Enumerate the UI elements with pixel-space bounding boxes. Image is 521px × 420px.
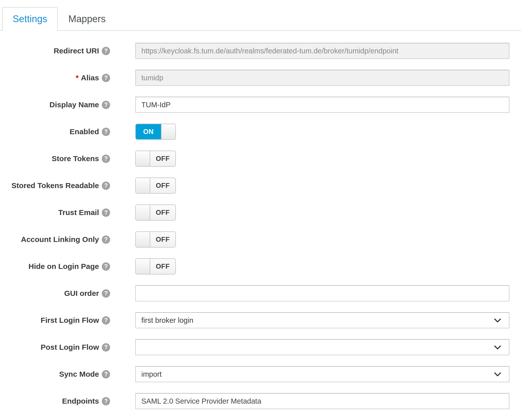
toggle-handle[interactable]	[136, 151, 150, 166]
enabled-toggle[interactable]: ON	[135, 124, 176, 140]
help-icon[interactable]: ?	[102, 155, 110, 163]
field-label: First Login Flow	[41, 316, 99, 325]
stored-tokens-readable-toggle[interactable]: OFF	[135, 178, 176, 194]
toggle-handle[interactable]	[136, 232, 150, 247]
help-icon[interactable]: ?	[102, 74, 110, 82]
toggle-state-label: ON	[136, 124, 161, 139]
form-row-sync-mode: Sync Mode ? import	[0, 366, 521, 382]
form-row-hide-on-login-page: Hide on Login Page ? OFF	[0, 258, 521, 274]
field-label: Stored Tokens Readable	[11, 181, 99, 190]
field-label-group: Sync Mode ?	[0, 370, 110, 378]
control-cell: OFF	[135, 151, 509, 167]
field-label-group: Stored Tokens Readable ?	[0, 181, 110, 190]
display-name-input[interactable]	[135, 97, 509, 113]
chevron-down-icon	[493, 369, 502, 379]
redirect-uri-input[interactable]	[135, 43, 509, 59]
field-label-group: First Login Flow ?	[0, 316, 110, 325]
form-row-post-login-flow: Post Login Flow ?	[0, 339, 521, 355]
toggle-state-label: OFF	[150, 205, 175, 220]
control-cell: first broker login	[135, 312, 509, 328]
endpoints-metadata-link[interactable]: SAML 2.0 Service Provider Metadata	[135, 393, 509, 409]
help-icon[interactable]: ?	[102, 316, 110, 325]
field-label: Display Name	[49, 100, 99, 109]
hide-on-login-page-toggle[interactable]: OFF	[135, 258, 176, 274]
identity-provider-settings-form: Redirect URI ? * Alias ? Display Name ? …	[0, 31, 521, 409]
form-row-redirect-uri: Redirect URI ?	[0, 43, 521, 59]
form-row-alias: * Alias ?	[0, 70, 521, 86]
field-label-group: GUI order ?	[0, 289, 110, 298]
control-cell: SAML 2.0 Service Provider Metadata	[135, 393, 509, 409]
help-icon[interactable]: ?	[102, 101, 110, 109]
post-login-flow-select[interactable]	[135, 339, 509, 355]
help-icon[interactable]: ?	[102, 262, 110, 271]
toggle-state-label: OFF	[150, 178, 175, 193]
control-cell	[135, 97, 509, 113]
field-label-group: Trust Email ?	[0, 208, 110, 217]
help-icon[interactable]: ?	[102, 47, 110, 55]
form-row-stored-tokens-readable: Stored Tokens Readable ? OFF	[0, 178, 521, 194]
field-label-group: * Alias ?	[0, 74, 110, 82]
help-icon[interactable]: ?	[102, 289, 110, 298]
control-cell	[135, 339, 509, 355]
tab-mappers[interactable]: Mappers	[58, 7, 116, 31]
field-label-group: Store Tokens ?	[0, 154, 110, 163]
store-tokens-toggle[interactable]: OFF	[135, 151, 176, 167]
tab-bar: Settings Mappers	[0, 0, 521, 31]
toggle-handle[interactable]	[136, 205, 150, 220]
toggle-state-label: OFF	[150, 259, 175, 274]
help-icon[interactable]: ?	[102, 128, 110, 136]
field-label-group: Post Login Flow ?	[0, 343, 110, 352]
toggle-handle[interactable]	[136, 178, 150, 193]
first-login-flow-select[interactable]: first broker login	[135, 312, 509, 328]
toggle-handle[interactable]	[161, 124, 175, 139]
control-cell	[135, 43, 509, 59]
field-label-group: Redirect URI ?	[0, 47, 110, 55]
help-icon[interactable]: ?	[102, 343, 110, 352]
endpoints-link-label: SAML 2.0 Service Provider Metadata	[141, 397, 261, 405]
tab-settings[interactable]: Settings	[2, 7, 58, 31]
field-label: Store Tokens	[52, 154, 99, 163]
toggle-state-label: OFF	[150, 151, 175, 166]
chevron-down-icon	[493, 342, 502, 352]
form-row-trust-email: Trust Email ? OFF	[0, 204, 521, 221]
toggle-state-label: OFF	[150, 232, 175, 247]
help-icon[interactable]: ?	[102, 182, 110, 190]
field-label: Endpoints	[62, 397, 99, 405]
form-row-display-name: Display Name ?	[0, 97, 521, 113]
form-row-gui-order: GUI order ?	[0, 285, 521, 301]
control-cell: OFF	[135, 204, 509, 221]
sync-mode-select[interactable]: import	[135, 366, 509, 382]
field-label: Enabled	[70, 127, 99, 136]
chevron-down-icon	[493, 316, 502, 325]
help-icon[interactable]: ?	[102, 370, 110, 378]
form-row-enabled: Enabled ? ON	[0, 124, 521, 140]
field-label: GUI order	[64, 289, 99, 298]
form-row-endpoints: Endpoints ? SAML 2.0 Service Provider Me…	[0, 393, 521, 409]
help-icon[interactable]: ?	[102, 208, 110, 217]
field-label: Post Login Flow	[41, 343, 99, 352]
form-row-account-linking-only: Account Linking Only ? OFF	[0, 231, 521, 248]
field-label-group: Hide on Login Page ?	[0, 262, 110, 271]
selected-option-label: import	[141, 370, 162, 378]
field-label-group: Enabled ?	[0, 127, 110, 136]
form-row-first-login-flow: First Login Flow ? first broker login	[0, 312, 521, 328]
field-label: Sync Mode	[59, 370, 99, 378]
toggle-handle[interactable]	[136, 259, 150, 274]
account-linking-only-toggle[interactable]: OFF	[135, 231, 176, 248]
field-label: Account Linking Only	[21, 235, 99, 244]
control-cell: OFF	[135, 231, 509, 248]
control-cell	[135, 70, 509, 86]
field-label: Redirect URI	[54, 47, 99, 55]
help-icon[interactable]: ?	[102, 397, 110, 405]
required-asterisk: *	[76, 74, 79, 82]
control-cell: import	[135, 366, 509, 382]
form-row-store-tokens: Store Tokens ? OFF	[0, 151, 521, 167]
selected-option-label: first broker login	[141, 316, 193, 325]
help-icon[interactable]: ?	[102, 235, 110, 244]
alias-input[interactable]	[135, 70, 509, 86]
field-label-group: Display Name ?	[0, 100, 110, 109]
trust-email-toggle[interactable]: OFF	[135, 204, 176, 221]
control-cell	[135, 285, 509, 301]
gui-order-input[interactable]	[135, 285, 509, 301]
field-label-group: Endpoints ?	[0, 397, 110, 405]
